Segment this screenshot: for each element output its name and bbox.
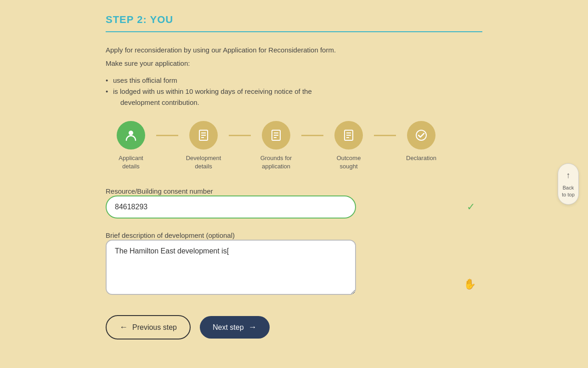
intro-line2: Make sure your application: <box>106 58 482 69</box>
step-2-label: Development details <box>183 154 224 171</box>
connector-2 <box>229 135 251 136</box>
bullet-item-1: uses this official form <box>106 75 482 86</box>
back-to-top-label: Back to top <box>561 184 576 198</box>
step-3-circle <box>262 121 290 150</box>
previous-step-label: Previous step <box>132 323 177 332</box>
step-outcome-sought: Outcome sought <box>323 121 374 171</box>
description-textarea[interactable]: The Hamilton East development is[ <box>106 240 356 295</box>
step-2-circle <box>189 121 218 150</box>
bullet-item-2: is lodged with us within 10 working days… <box>106 86 482 97</box>
intro-line1: Apply for reconsideration by using our A… <box>106 45 482 56</box>
next-step-label: Next step <box>213 323 244 332</box>
step-5-label: Declaration <box>406 154 436 162</box>
consent-label: Resource/Building consent number <box>106 187 213 195</box>
step-1-label: Applicant details <box>110 154 152 171</box>
next-step-button[interactable]: Next step → <box>200 316 270 339</box>
form-buttons: ← Previous step Next step → <box>106 315 482 339</box>
connector-3 <box>301 135 323 136</box>
connector-1 <box>156 135 178 136</box>
consent-input[interactable] <box>106 196 356 218</box>
back-to-top-button[interactable]: ↑ Back to top <box>558 163 579 205</box>
bullet-item-2b: development contribution. <box>106 97 482 108</box>
description-field-group: Brief description of development (option… <box>106 231 482 297</box>
step-development-details: Development details <box>178 121 229 171</box>
previous-step-button[interactable]: ← Previous step <box>106 315 191 339</box>
bullet-list: uses this official form is lodged with u… <box>106 75 482 108</box>
step-1-circle <box>117 121 145 150</box>
step-grounds-application: Grounds for application <box>251 121 301 171</box>
consent-input-wrapper: ✓ <box>106 196 482 218</box>
back-to-top-arrow-icon: ↑ <box>566 170 571 181</box>
step-4-circle <box>334 121 363 150</box>
step-3-label: Grounds for application <box>255 154 297 171</box>
svg-point-0 <box>129 131 133 135</box>
title-divider <box>106 31 482 32</box>
connector-4 <box>374 135 396 136</box>
consent-check-icon: ✓ <box>467 201 475 213</box>
step-title: STEP 2: YOU <box>106 14 482 26</box>
consent-field-group: Resource/Building consent number ✓ <box>106 187 482 218</box>
description-label: Brief description of development (option… <box>106 231 235 239</box>
resize-icon: ✋ <box>464 278 476 290</box>
progress-steps: Applicant details Development details <box>106 121 482 171</box>
step-declaration: Declaration <box>396 121 447 162</box>
description-textarea-wrapper: The Hamilton East development is[ ✋ <box>106 240 482 297</box>
step-4-label: Outcome sought <box>328 154 369 171</box>
next-arrow-icon: → <box>249 322 257 332</box>
svg-point-13 <box>416 130 426 140</box>
step-applicant-details: Applicant details <box>106 121 156 171</box>
previous-arrow-icon: ← <box>119 322 128 332</box>
step-5-circle <box>407 121 435 150</box>
